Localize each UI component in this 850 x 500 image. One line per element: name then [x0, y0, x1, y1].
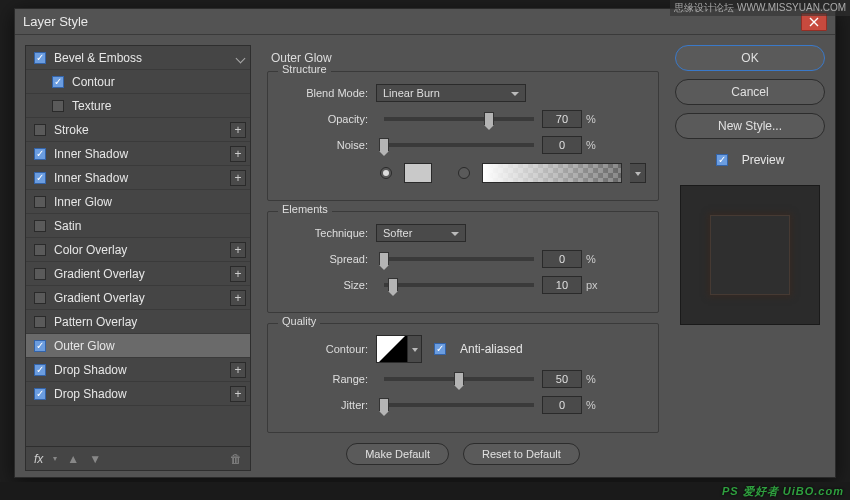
- checkbox-drop-shadow-2[interactable]: [34, 388, 46, 400]
- opacity-label: Opacity: [280, 113, 376, 125]
- noise-slider[interactable]: [384, 143, 534, 147]
- effect-outer-glow[interactable]: Outer Glow: [26, 334, 250, 358]
- delete-effect-button[interactable]: 🗑: [230, 452, 242, 466]
- checkbox-inner-glow[interactable]: [34, 196, 46, 208]
- color-swatch[interactable]: [404, 163, 432, 183]
- add-gradient-overlay-button-2[interactable]: +: [230, 290, 246, 306]
- preview-checkbox[interactable]: [716, 154, 728, 166]
- checkbox-gradient-overlay-2[interactable]: [34, 292, 46, 304]
- add-gradient-overlay-button[interactable]: +: [230, 266, 246, 282]
- make-default-button[interactable]: Make Default: [346, 443, 449, 465]
- add-color-overlay-button[interactable]: +: [230, 242, 246, 258]
- size-row: Size 10 px: [280, 274, 646, 296]
- effect-label: Stroke: [54, 123, 89, 137]
- gradient-radio[interactable]: [458, 167, 470, 179]
- spread-slider[interactable]: [384, 257, 534, 261]
- new-style-button[interactable]: New Style...: [675, 113, 825, 139]
- effect-texture[interactable]: Texture: [26, 94, 250, 118]
- range-value[interactable]: 50: [542, 370, 582, 388]
- spread-label: Spread: [280, 253, 376, 265]
- technique-combo[interactable]: Softer: [376, 224, 466, 242]
- effect-label: Inner Shadow: [54, 147, 128, 161]
- checkbox-inner-shadow-2[interactable]: [34, 172, 46, 184]
- effect-inner-glow[interactable]: Inner Glow: [26, 190, 250, 214]
- checkbox-satin[interactable]: [34, 220, 46, 232]
- add-drop-shadow-button[interactable]: +: [230, 362, 246, 378]
- contour-picker[interactable]: [376, 335, 408, 363]
- reset-default-button[interactable]: Reset to Default: [463, 443, 580, 465]
- opacity-row: Opacity 70 %: [280, 108, 646, 130]
- checkbox-texture[interactable]: [52, 100, 64, 112]
- effect-label: Satin: [54, 219, 81, 233]
- effect-gradient-overlay-1[interactable]: Gradient Overlay +: [26, 262, 250, 286]
- effect-contour[interactable]: Contour: [26, 70, 250, 94]
- jitter-label: Jitter: [280, 399, 376, 411]
- antialiased-option[interactable]: Anti-aliased: [434, 342, 523, 356]
- spread-unit: %: [582, 253, 606, 265]
- effect-drop-shadow-1[interactable]: Drop Shadow +: [26, 358, 250, 382]
- effect-bevel-emboss[interactable]: Bevel & Emboss: [26, 46, 250, 70]
- dialog-title: Layer Style: [23, 14, 88, 29]
- quality-title: Quality: [278, 315, 320, 327]
- effect-color-overlay[interactable]: Color Overlay +: [26, 238, 250, 262]
- size-value[interactable]: 10: [542, 276, 582, 294]
- solid-color-radio[interactable]: [380, 167, 392, 179]
- noise-value[interactable]: 0: [542, 136, 582, 154]
- spread-value[interactable]: 0: [542, 250, 582, 268]
- gradient-dropdown[interactable]: [630, 163, 646, 183]
- effect-label: Inner Glow: [54, 195, 112, 209]
- spread-row: Spread 0 %: [280, 248, 646, 270]
- checkbox-contour[interactable]: [52, 76, 64, 88]
- checkbox-drop-shadow-1[interactable]: [34, 364, 46, 376]
- move-down-button[interactable]: ▼: [89, 452, 101, 466]
- jitter-value[interactable]: 0: [542, 396, 582, 414]
- add-drop-shadow-button-2[interactable]: +: [230, 386, 246, 402]
- effect-gradient-overlay-2[interactable]: Gradient Overlay +: [26, 286, 250, 310]
- noise-unit: %: [582, 139, 606, 151]
- checkbox-pattern-overlay[interactable]: [34, 316, 46, 328]
- add-stroke-button[interactable]: +: [230, 122, 246, 138]
- technique-label: Technique: [280, 227, 376, 239]
- elements-title: Elements: [278, 203, 332, 215]
- effect-inner-shadow-1[interactable]: Inner Shadow +: [26, 142, 250, 166]
- elements-group: Elements Technique Softer Spread 0 % Siz…: [267, 211, 659, 313]
- effect-inner-shadow-2[interactable]: Inner Shadow +: [26, 166, 250, 190]
- effect-label: Bevel & Emboss: [54, 51, 142, 65]
- checkbox-stroke[interactable]: [34, 124, 46, 136]
- effect-label: Contour: [72, 75, 115, 89]
- close-icon: [809, 17, 819, 27]
- effect-pattern-overlay[interactable]: Pattern Overlay: [26, 310, 250, 334]
- range-label: Range: [280, 373, 376, 385]
- jitter-slider[interactable]: [384, 403, 534, 407]
- add-inner-shadow-button[interactable]: +: [230, 146, 246, 162]
- move-up-button[interactable]: ▲: [67, 452, 79, 466]
- checkbox-color-overlay[interactable]: [34, 244, 46, 256]
- checkbox-inner-shadow-1[interactable]: [34, 148, 46, 160]
- preview-label: Preview: [742, 153, 785, 167]
- size-slider[interactable]: [384, 283, 534, 287]
- preview-option[interactable]: Preview: [675, 153, 825, 167]
- structure-group: Structure Blend Mode Linear Burn Opacity…: [267, 71, 659, 201]
- opacity-value[interactable]: 70: [542, 110, 582, 128]
- preview-swatch: [710, 215, 790, 295]
- watermark-bottom: PS 爱好者 UiBO.com: [0, 482, 850, 500]
- add-inner-shadow-button-2[interactable]: +: [230, 170, 246, 186]
- fx-menu[interactable]: fx: [34, 452, 43, 466]
- structure-title: Structure: [278, 63, 331, 75]
- antialiased-checkbox[interactable]: [434, 343, 446, 355]
- checkbox-outer-glow[interactable]: [34, 340, 46, 352]
- ok-button[interactable]: OK: [675, 45, 825, 71]
- jitter-row: Jitter 0 %: [280, 394, 646, 416]
- effect-satin[interactable]: Satin: [26, 214, 250, 238]
- gradient-picker[interactable]: [482, 163, 622, 183]
- effect-label: Gradient Overlay: [54, 267, 145, 281]
- checkbox-bevel[interactable]: [34, 52, 46, 64]
- blend-mode-combo[interactable]: Linear Burn: [376, 84, 526, 102]
- checkbox-gradient-overlay-1[interactable]: [34, 268, 46, 280]
- opacity-slider[interactable]: [384, 117, 534, 121]
- contour-dropdown[interactable]: [408, 335, 422, 363]
- cancel-button[interactable]: Cancel: [675, 79, 825, 105]
- range-slider[interactable]: [384, 377, 534, 381]
- effect-stroke[interactable]: Stroke +: [26, 118, 250, 142]
- effect-drop-shadow-2[interactable]: Drop Shadow +: [26, 382, 250, 406]
